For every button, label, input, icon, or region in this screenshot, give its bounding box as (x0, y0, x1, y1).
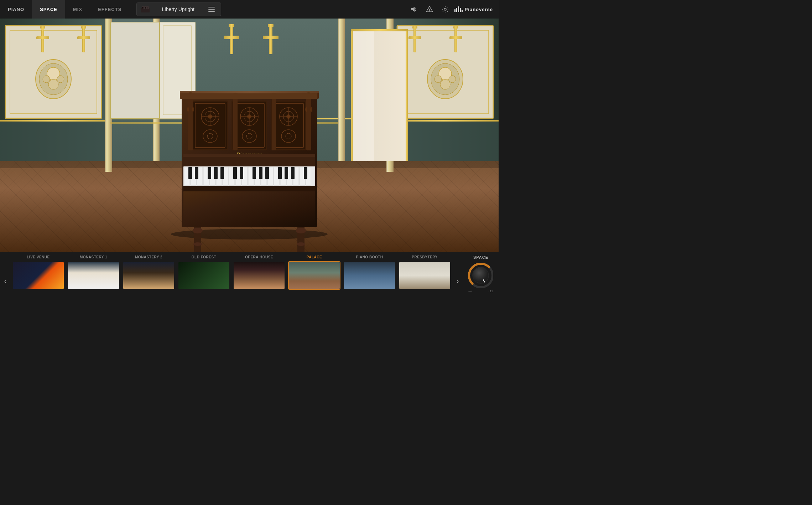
svg-rect-77 (353, 31, 374, 161)
venue-thumb-presbytery (399, 261, 451, 290)
svg-rect-48 (82, 27, 85, 52)
piano-small-icon (140, 5, 150, 13)
venue-label-piano-booth: PIANO BOOTH (356, 255, 383, 259)
svg-rect-164 (291, 167, 295, 179)
venue-label-old-forest: OLD FOREST (192, 255, 216, 259)
svg-rect-53 (229, 24, 234, 27)
speaker-button[interactable] (407, 3, 420, 16)
prev-venue-button[interactable]: ‹ (0, 252, 11, 309)
nav-tabs: PIANO SPACE MIX EFFECTS (0, 0, 129, 19)
venue-item-opera-house[interactable]: OPERA HOUSE (231, 255, 287, 290)
venue-item-presbytery[interactable]: PRESBYTERY (397, 255, 452, 290)
alert-button[interactable] (423, 3, 436, 16)
svg-rect-166 (183, 186, 315, 191)
venue-item-piano-booth[interactable]: PIANO BOOTH (342, 255, 397, 290)
tab-space[interactable]: SPACE (32, 0, 65, 19)
piano-name: Liberty Upright (153, 6, 203, 12)
venue-label-monastery-2: MONASTERY 2 (135, 255, 162, 259)
svg-rect-121 (233, 95, 238, 150)
svg-rect-2 (142, 7, 143, 9)
svg-rect-74 (406, 29, 408, 161)
svg-rect-44 (41, 27, 44, 52)
nav-right-controls: Pianoverse (407, 3, 499, 16)
svg-rect-47 (40, 26, 45, 29)
piano-selector[interactable]: Liberty Upright (136, 2, 221, 16)
venue-thumb-inner-live-venue (13, 262, 64, 289)
svg-rect-49 (77, 36, 90, 39)
svg-point-41 (48, 79, 58, 89)
pianoverse-logo: Pianoverse (454, 6, 493, 12)
venue-label-palace: PALACE (307, 255, 322, 259)
tab-piano[interactable]: PIANO (0, 0, 32, 19)
venue-item-old-forest[interactable]: OLD FOREST (176, 255, 231, 290)
settings-button[interactable] (439, 3, 452, 16)
svg-point-177 (297, 242, 305, 246)
svg-rect-163 (285, 167, 288, 179)
svg-point-171 (193, 242, 202, 246)
svg-rect-51 (230, 26, 233, 54)
svg-rect-3 (144, 7, 144, 9)
svg-rect-75 (351, 29, 408, 31)
svg-rect-167 (183, 191, 315, 227)
svg-rect-73 (351, 29, 353, 161)
svg-point-172 (194, 249, 201, 252)
knob-max-label: +12 (488, 289, 493, 293)
svg-rect-50 (81, 26, 86, 29)
svg-rect-4 (145, 7, 146, 9)
venue-thumb-old-forest (178, 261, 230, 290)
svg-point-65 (449, 76, 456, 83)
svg-point-170 (194, 236, 201, 240)
venue-item-monastery-1[interactable]: MONASTERY 1 (66, 255, 121, 290)
venue-thumb-monastery-1 (67, 261, 120, 290)
svg-rect-158 (240, 167, 243, 179)
svg-point-43 (57, 76, 64, 83)
venues-strip: LIVE VENUEMONASTERY 1MONASTERY 2OLD FORE… (11, 252, 452, 309)
venue-thumb-inner-presbytery (399, 262, 450, 289)
venue-label-live-venue: LIVE VENUE (27, 255, 50, 259)
knob-svg (468, 263, 493, 288)
venue-label-opera-house: OPERA HOUSE (245, 255, 273, 259)
svg-rect-54 (269, 26, 272, 54)
svg-rect-130 (183, 154, 315, 157)
venue-thumb-live-venue (12, 261, 64, 290)
gear-icon (441, 5, 449, 13)
svg-point-8 (444, 8, 446, 10)
top-navigation: PIANO SPACE MIX EFFECTS Liberty Upright (0, 0, 499, 19)
venue-thumb-inner-monastery-1 (68, 262, 119, 289)
svg-rect-45 (36, 36, 49, 39)
svg-rect-71 (453, 26, 458, 29)
scene-container: Pianoverse (0, 19, 499, 252)
next-venue-button[interactable]: › (452, 252, 463, 309)
venue-item-live-venue[interactable]: LIVE VENUE (11, 255, 66, 290)
venue-thumb-palace (288, 261, 340, 290)
menu-button[interactable] (206, 4, 217, 15)
space-knob[interactable] (468, 263, 493, 288)
venue-item-monastery-2[interactable]: MONASTERY 2 (121, 255, 176, 290)
svg-rect-123 (272, 95, 276, 150)
svg-rect-156 (220, 167, 224, 179)
venue-item-palace[interactable]: PALACE (287, 255, 342, 290)
svg-rect-6 (429, 9, 430, 11)
tab-mix[interactable]: MIX (65, 0, 90, 19)
palace-scene: Pianoverse (0, 19, 499, 252)
svg-rect-87 (180, 91, 319, 93)
svg-rect-28 (106, 19, 106, 172)
svg-point-169 (193, 228, 203, 233)
svg-point-64 (434, 76, 442, 83)
venue-thumb-monastery-2 (123, 261, 175, 290)
svg-rect-56 (268, 24, 274, 27)
svg-rect-5 (147, 7, 147, 9)
svg-rect-161 (265, 167, 269, 179)
svg-rect-162 (278, 167, 282, 179)
svg-point-178 (298, 249, 304, 252)
tab-effects[interactable]: EFFECTS (90, 0, 129, 19)
svg-rect-70 (449, 36, 462, 39)
svg-rect-152 (188, 167, 192, 179)
svg-rect-153 (195, 167, 198, 179)
svg-rect-32 (339, 19, 340, 161)
venue-label-monastery-1: MONASTERY 1 (80, 255, 107, 259)
svg-rect-154 (208, 167, 211, 179)
svg-rect-165 (304, 167, 307, 179)
svg-rect-20 (0, 120, 110, 122)
venue-thumb-inner-old-forest (178, 262, 229, 289)
